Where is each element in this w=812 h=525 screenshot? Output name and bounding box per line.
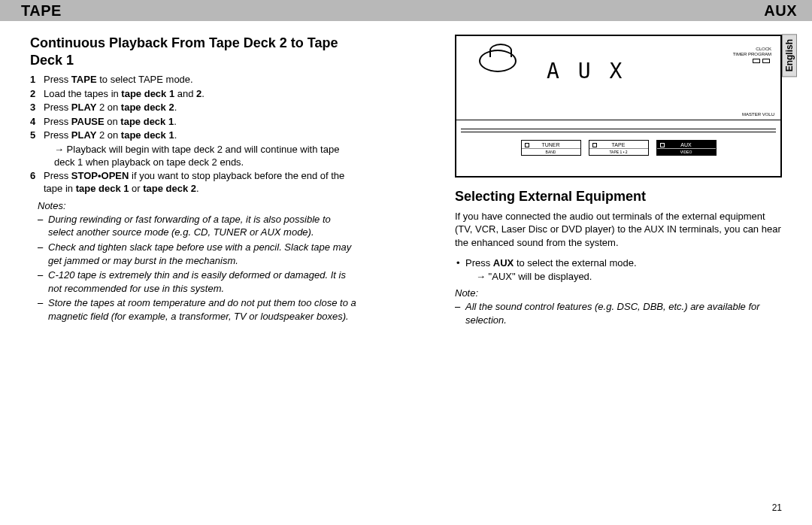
content: Continuous Playback From Tape Deck 2 to … <box>0 21 812 328</box>
step-item: 3Press PLAY 2 on tape deck 2. <box>30 101 357 114</box>
cd-icon <box>479 50 517 72</box>
master-volume-label: MASTER VOLU <box>742 112 774 117</box>
aux-illustration: A U X CLOCK TIMER PROGRAM MASTER VOLU TU… <box>455 35 782 178</box>
aux-bullet-list: Press AUX to select the external mode. →… <box>455 256 782 283</box>
step-sub: → Playback will begin with tape deck 2 a… <box>30 143 357 169</box>
aux-bullet: Press AUX to select the external mode. →… <box>465 256 782 283</box>
step-item: 1Press TAPE to select TAPE mode. <box>30 73 357 86</box>
language-tab: English <box>782 34 797 77</box>
device-button-tape: TAPETAPE 1 • 2 <box>589 140 649 156</box>
header-bar: TAPE AUX <box>0 0 812 21</box>
device-button-tuner: TUNERBAND <box>521 140 581 156</box>
step-item: 6Press STOP•OPEN if you want to stop pla… <box>30 169 357 196</box>
aux-notes: –All the sound control features (e.g. DS… <box>455 300 782 326</box>
device-button-aux: AUXVIDEO <box>656 140 717 156</box>
device-button-row: TUNERBANDTAPETAPE 1 • 2AUXVIDEO <box>456 140 780 156</box>
aux-bullet-sub: → "AUX" will be displayed. <box>465 270 782 284</box>
tape-notes: –During rewinding or fast forwarding of … <box>30 213 357 323</box>
tape-steps: 1Press TAPE to select TAPE mode.2Load th… <box>30 73 357 196</box>
header-right: AUX <box>764 2 797 20</box>
indicator-boxes <box>753 59 770 63</box>
step-item: 4Press PAUSE on tape deck 1. <box>30 115 357 129</box>
tape-notes-title: Notes: <box>30 200 357 211</box>
aux-intro: If you have connected the audio out term… <box>455 210 782 250</box>
display-aux-text: A U X <box>547 59 625 83</box>
header-left: TAPE <box>21 2 62 20</box>
step-item: 2Load the tapes in tape deck 1 and 2. <box>30 87 357 101</box>
page-number: 21 <box>772 502 782 513</box>
note-item: –Store the tapes at room temperature and… <box>38 296 357 323</box>
note-item: –During rewinding or fast forwarding of … <box>38 213 357 239</box>
clock-labels: CLOCK TIMER PROGRAM <box>733 47 771 57</box>
note-item: –Check and tighten slack tape before use… <box>38 241 357 267</box>
aux-title: Selecting External Equipment <box>455 188 782 205</box>
aux-column: A U X CLOCK TIMER PROGRAM MASTER VOLU TU… <box>455 35 782 328</box>
step-item: 5Press PLAY 2 on tape deck 1. <box>30 129 357 142</box>
tape-column: Continuous Playback From Tape Deck 2 to … <box>30 35 357 328</box>
tape-title: Continuous Playback From Tape Deck 2 to … <box>30 35 357 68</box>
aux-note-title: Note: <box>455 287 782 299</box>
note-item: –C-120 tape is extremely thin and is eas… <box>38 269 357 295</box>
